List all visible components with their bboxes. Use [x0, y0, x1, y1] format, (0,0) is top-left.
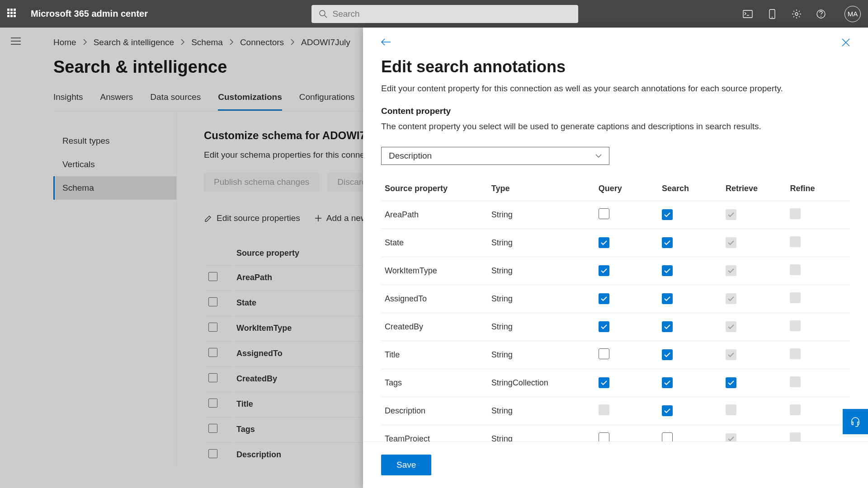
query-checkbox[interactable]: [599, 265, 609, 276]
annotation-row: AreaPathString: [381, 201, 850, 229]
svg-line-1: [325, 15, 327, 18]
annotation-row: DescriptionString: [381, 397, 850, 425]
search-checkbox[interactable]: [662, 321, 673, 332]
search-checkbox[interactable]: [662, 237, 673, 248]
retrieve-checkbox: [726, 321, 736, 332]
refine-checkbox: [790, 208, 801, 219]
refine-checkbox: [790, 348, 801, 359]
svg-rect-2: [743, 10, 752, 18]
top-bar: Microsoft 365 admin center MA: [0, 0, 868, 28]
chevron-down-icon: [595, 154, 602, 158]
search-icon: [319, 9, 328, 19]
content-property-label: Content property: [381, 106, 850, 116]
edit-annotations-panel: Edit search annotations Edit your conten…: [363, 28, 868, 488]
feedback-fab[interactable]: [843, 409, 868, 434]
search-checkbox[interactable]: [662, 377, 673, 388]
annotation-row: TitleString: [381, 341, 850, 369]
refine-checkbox: [790, 376, 801, 387]
query-checkbox[interactable]: [599, 321, 609, 332]
user-avatar[interactable]: MA: [844, 6, 861, 22]
retrieve-checkbox: [726, 293, 736, 304]
back-arrow-icon: [381, 38, 391, 46]
panel-title: Edit search annotations: [381, 57, 850, 76]
dropdown-value: Description: [389, 151, 432, 161]
shell-icon[interactable]: [742, 9, 753, 19]
query-checkbox[interactable]: [599, 432, 609, 441]
search-checkbox[interactable]: [662, 349, 673, 360]
search-box[interactable]: [311, 5, 578, 23]
save-button[interactable]: Save: [381, 455, 431, 475]
content-property-dropdown[interactable]: Description: [381, 147, 609, 165]
close-icon: [842, 38, 850, 47]
refine-checkbox: [790, 292, 801, 303]
retrieve-checkbox: [726, 433, 736, 441]
retrieve-checkbox: [726, 349, 736, 360]
panel-back-button[interactable]: [381, 38, 391, 47]
svg-point-6: [795, 13, 798, 15]
content-property-description: The content property you select will be …: [381, 122, 850, 131]
settings-icon[interactable]: [791, 9, 802, 19]
retrieve-checkbox: [726, 237, 736, 248]
svg-point-5: [772, 17, 773, 18]
annotation-row: TagsStringCollection: [381, 369, 850, 397]
help-icon[interactable]: [816, 9, 826, 19]
column-header: Retrieve: [722, 178, 786, 201]
annotation-row: CreatedByString: [381, 313, 850, 341]
app-launcher-icon[interactable]: [7, 9, 18, 19]
svg-point-8: [821, 16, 821, 17]
search-input[interactable]: [332, 9, 571, 19]
query-checkbox[interactable]: [599, 377, 609, 388]
column-header: Search: [658, 178, 722, 201]
mobile-icon[interactable]: [767, 9, 778, 19]
annotations-table: Source propertyTypeQuerySearchRetrieveRe…: [381, 178, 850, 441]
annotation-row: AssignedToString: [381, 285, 850, 313]
search-checkbox[interactable]: [662, 432, 673, 441]
retrieve-checkbox: [726, 209, 736, 220]
query-checkbox: [599, 404, 609, 415]
annotation-row: TeamProjectString: [381, 425, 850, 442]
svg-point-0: [320, 10, 325, 16]
column-header: Query: [595, 178, 658, 201]
annotation-row: StateString: [381, 229, 850, 257]
search-checkbox[interactable]: [662, 265, 673, 276]
search-checkbox[interactable]: [662, 293, 673, 304]
panel-close-button[interactable]: [842, 38, 850, 48]
column-header: Source property: [381, 178, 488, 201]
retrieve-checkbox: [726, 265, 736, 276]
refine-checkbox: [790, 264, 801, 275]
panel-description: Edit your content property for this conn…: [381, 84, 850, 94]
column-header: Type: [488, 178, 595, 201]
retrieve-checkbox: [726, 404, 736, 415]
refine-checkbox: [790, 432, 801, 441]
refine-checkbox: [790, 404, 801, 415]
query-checkbox[interactable]: [599, 293, 609, 304]
refine-checkbox: [790, 236, 801, 247]
query-checkbox[interactable]: [599, 348, 609, 359]
query-checkbox[interactable]: [599, 208, 609, 219]
search-checkbox[interactable]: [662, 405, 673, 416]
search-checkbox[interactable]: [662, 209, 673, 220]
retrieve-checkbox[interactable]: [726, 377, 736, 388]
query-checkbox[interactable]: [599, 237, 609, 248]
app-title: Microsoft 365 admin center: [31, 9, 148, 19]
column-header: Refine: [786, 178, 850, 201]
headset-icon: [849, 416, 861, 427]
annotation-row: WorkItemTypeString: [381, 257, 850, 285]
refine-checkbox: [790, 320, 801, 331]
